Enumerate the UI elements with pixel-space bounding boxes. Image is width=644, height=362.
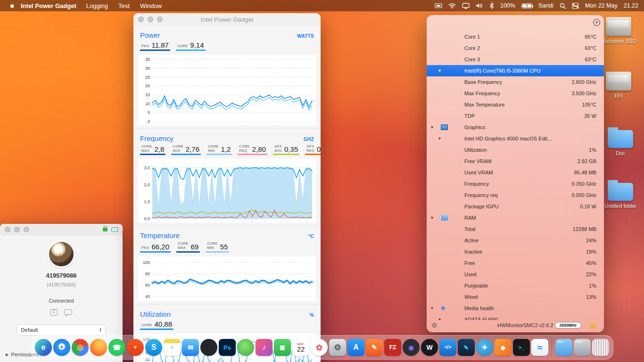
- dock-blue-brush-app[interactable]: ✎: [458, 339, 475, 356]
- dock-system-settings[interactable]: ⚙: [329, 339, 346, 356]
- menu-window[interactable]: Window: [140, 2, 162, 9]
- hw-row-ram[interactable]: ▾RAM: [427, 212, 604, 223]
- dock-trash[interactable]: [592, 339, 609, 356]
- menu-logging[interactable]: Logging: [86, 2, 108, 9]
- chevron-down-icon[interactable]: ▾: [431, 212, 433, 223]
- menu-date[interactable]: Mon 22 May: [585, 2, 618, 9]
- dock-brave[interactable]: ▼: [127, 339, 144, 356]
- minimize-button[interactable]: [14, 227, 20, 232]
- pg-titlebar[interactable]: Intel Power Gadget: [133, 13, 321, 25]
- dock-vscode[interactable]: </>: [439, 339, 456, 356]
- desktop-icon-untitled-folder[interactable]: Untitled folder: [602, 179, 639, 209]
- dock-orange-diamond-app[interactable]: ◆: [495, 339, 512, 356]
- dock-music[interactable]: ♪: [256, 339, 272, 356]
- close-button[interactable]: [138, 16, 144, 22]
- zoom-button[interactable]: [157, 16, 163, 22]
- hw-row-free[interactable]: Free45%: [427, 257, 604, 269]
- display-icon[interactable]: [462, 3, 470, 9]
- hw-row-package-igpu[interactable]: Package IGPU0.16 W: [427, 201, 604, 212]
- hw-row-used[interactable]: Used22%: [427, 269, 604, 280]
- dock-green-app[interactable]: [237, 339, 254, 356]
- control-center-icon[interactable]: [572, 3, 579, 9]
- hw-row-inactive[interactable]: Inactive19%: [427, 246, 604, 257]
- dock-github[interactable]: [200, 339, 217, 356]
- hw-row-frequency[interactable]: Frequency0.350 GHz: [427, 178, 604, 189]
- dock-firefox[interactable]: [90, 339, 107, 356]
- chevron-down-icon[interactable]: ▾: [431, 303, 433, 314]
- hw-row-adata-su650[interactable]: ▾ADATA SU650: [427, 314, 604, 320]
- profile-select[interactable]: Default ▲▼: [17, 324, 106, 336]
- chevron-down-icon[interactable]: ▾: [431, 122, 433, 133]
- hw-row-tdp[interactable]: TDP35 W: [427, 110, 604, 122]
- hw-row-graphics[interactable]: ▾Graphics: [427, 122, 604, 133]
- active-app-menu[interactable]: Intel Power Gadget: [21, 2, 76, 9]
- user-menu[interactable]: Sandi: [538, 2, 553, 9]
- apple-menu[interactable]: [6, 2, 18, 9]
- anydesk-titlebar[interactable]: [0, 224, 123, 235]
- hw-row-intel-r-core-tm-i5-3360m-cpu[interactable]: ▾Intel(R) Core(TM) i5-3360M CPU: [427, 65, 604, 76]
- svg-text:15: 15: [145, 92, 150, 97]
- minimize-button[interactable]: [148, 16, 153, 22]
- close-button[interactable]: [5, 227, 10, 232]
- chevron-down-icon[interactable]: ▾: [438, 65, 441, 76]
- zoom-button[interactable]: [24, 227, 29, 232]
- hw-row-base-frequency[interactable]: Base Frequency2.800 GHz: [427, 76, 604, 88]
- spotlight-icon[interactable]: [560, 3, 566, 9]
- dock-filezilla[interactable]: FZ: [384, 339, 401, 356]
- menu-time[interactable]: 21.22: [624, 2, 638, 9]
- hw-row-used-vram[interactable]: Used VRAM85.48 MB: [427, 167, 604, 178]
- chevron-down-icon[interactable]: ▾: [438, 314, 441, 320]
- chat-icon[interactable]: [64, 309, 72, 315]
- dock-notes[interactable]: ≡: [164, 339, 181, 356]
- dock-appstore[interactable]: A: [347, 339, 364, 356]
- dock-telegram[interactable]: ✈: [476, 339, 493, 356]
- lock-icon[interactable]: [590, 324, 595, 329]
- hw-row-purgeable[interactable]: Purgeable1%: [427, 280, 604, 291]
- dock-safari[interactable]: ✦: [53, 339, 70, 356]
- close-icon[interactable]: ×: [593, 19, 600, 26]
- hw-row-utilization[interactable]: Utilization1%: [427, 144, 604, 156]
- gear-icon[interactable]: ⚙: [431, 321, 438, 329]
- dock-folder-documents[interactable]: [574, 339, 591, 356]
- menu-test[interactable]: Test: [118, 2, 130, 9]
- wifi-icon[interactable]: [448, 3, 456, 8]
- dock-facetime[interactable]: ▣: [274, 339, 291, 356]
- dock-intel-power-gadget[interactable]: ≈: [531, 339, 548, 356]
- bluetooth-icon[interactable]: [489, 2, 494, 9]
- desktop-icon-efi[interactable]: EFI: [600, 72, 637, 99]
- hw-row-wired[interactable]: Wired13%: [427, 291, 604, 303]
- hw-row-frequency-req[interactable]: Frequency req0.000 GHz: [427, 189, 604, 201]
- hw-row-total[interactable]: Total12288 MB: [427, 223, 604, 235]
- dock-photoshop[interactable]: Ps: [219, 339, 236, 356]
- dock-edge[interactable]: e: [35, 339, 52, 356]
- hw-row-value: 63°C: [585, 42, 596, 54]
- hw-row-max-temperature[interactable]: Max Temperature105°C: [427, 99, 604, 110]
- hw-row-media-health[interactable]: ▾Media health: [427, 303, 604, 314]
- dock-w-app[interactable]: W: [421, 339, 438, 356]
- hw-row-core-2[interactable]: Core 263°C: [427, 42, 604, 54]
- hw-row-core-3[interactable]: Core 363°C: [427, 54, 604, 65]
- hw-row-free-vram[interactable]: Free VRAM2.92 GB: [427, 156, 604, 167]
- desktop-icon-doc[interactable]: Doc: [602, 126, 639, 156]
- file-transfer-icon[interactable]: [50, 309, 58, 316]
- dock-calendar[interactable]: MAY22: [292, 339, 309, 356]
- dock-photos[interactable]: ✿: [311, 339, 328, 356]
- dock-dark-circle-app[interactable]: ◉: [403, 339, 420, 356]
- battery-icon[interactable]: ϟ: [521, 3, 532, 8]
- dock-mail[interactable]: ✉: [182, 339, 199, 356]
- hw-row-label: Utilization: [464, 144, 552, 156]
- dock-skype[interactable]: S: [145, 339, 162, 356]
- volume-icon[interactable]: [476, 3, 483, 8]
- hw-row-core-1[interactable]: Core 165°C: [427, 31, 604, 42]
- dock-iterm[interactable]: >_: [513, 339, 530, 356]
- dock-orange-pencil-app[interactable]: ✎: [366, 339, 383, 356]
- dock-whatsapp[interactable]: ☎: [108, 339, 125, 356]
- screen-mirroring-icon[interactable]: [435, 3, 442, 8]
- dock-folder-downloads[interactable]: [555, 339, 572, 356]
- hw-row-intel-hd-graphics-4000-macos-edit-[interactable]: ▾Intel HD Graphics 4000 macOS Edit...: [427, 133, 604, 144]
- hw-row-max-frequency[interactable]: Max Frequency3.500 GHz: [427, 88, 604, 99]
- desktop-icon-macintosh-ssd[interactable]: Macintosh SSD: [600, 17, 637, 44]
- hw-row-active[interactable]: Active24%: [427, 235, 604, 246]
- dock-chrome[interactable]: ◎: [72, 339, 89, 356]
- chevron-down-icon[interactable]: ▾: [438, 133, 441, 144]
